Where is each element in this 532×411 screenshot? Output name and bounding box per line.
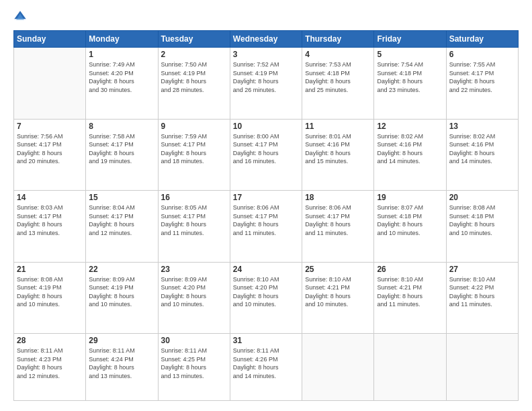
logo: [13, 10, 28, 24]
calendar-cell: 6Sunrise: 7:55 AM Sunset: 4:17 PM Daylig…: [446, 48, 518, 120]
day-number: 27: [449, 265, 515, 274]
day-number: 7: [17, 122, 83, 131]
day-info: Sunrise: 8:11 AM Sunset: 4:23 PM Dayligh…: [17, 347, 83, 380]
day-info: Sunrise: 8:11 AM Sunset: 4:25 PM Dayligh…: [161, 347, 227, 380]
day-number: 10: [233, 122, 299, 131]
day-number: 4: [305, 50, 371, 59]
day-info: Sunrise: 8:06 AM Sunset: 4:17 PM Dayligh…: [233, 203, 299, 237]
day-info: Sunrise: 7:56 AM Sunset: 4:17 PM Dayligh…: [17, 132, 83, 166]
day-info: Sunrise: 7:49 AM Sunset: 4:20 PM Dayligh…: [89, 60, 154, 94]
day-number: 18: [305, 193, 371, 202]
calendar-week-row: 1Sunrise: 7:49 AM Sunset: 4:20 PM Daylig…: [14, 48, 519, 120]
day-number: 15: [89, 193, 154, 202]
calendar-cell: 24Sunrise: 8:10 AM Sunset: 4:20 PM Dayli…: [230, 262, 302, 334]
calendar-table: SundayMondayTuesdayWednesdayThursdayFrid…: [13, 30, 519, 401]
logo-icon: [13, 10, 27, 24]
calendar-cell: [374, 334, 446, 401]
calendar-cell: 1Sunrise: 7:49 AM Sunset: 4:20 PM Daylig…: [86, 48, 158, 120]
calendar-week-row: 21Sunrise: 8:08 AM Sunset: 4:19 PM Dayli…: [14, 262, 519, 334]
weekday-header: Friday: [374, 31, 446, 48]
day-info: Sunrise: 8:08 AM Sunset: 4:18 PM Dayligh…: [449, 203, 515, 237]
day-info: Sunrise: 8:11 AM Sunset: 4:26 PM Dayligh…: [233, 347, 299, 380]
day-number: 13: [449, 122, 515, 131]
day-info: Sunrise: 8:10 AM Sunset: 4:21 PM Dayligh…: [377, 275, 443, 309]
day-info: Sunrise: 7:50 AM Sunset: 4:19 PM Dayligh…: [161, 60, 227, 94]
calendar-cell: 15Sunrise: 8:04 AM Sunset: 4:17 PM Dayli…: [86, 191, 158, 263]
day-number: 14: [17, 193, 83, 202]
weekday-header: Wednesday: [230, 31, 302, 48]
calendar-cell: [302, 334, 374, 401]
day-number: 30: [161, 336, 227, 345]
day-number: 19: [377, 193, 443, 202]
calendar-cell: 5Sunrise: 7:54 AM Sunset: 4:18 PM Daylig…: [374, 48, 446, 120]
day-number: 28: [17, 336, 83, 345]
day-number: 16: [161, 193, 227, 202]
calendar-cell: 18Sunrise: 8:06 AM Sunset: 4:17 PM Dayli…: [302, 191, 374, 263]
calendar-cell: 17Sunrise: 8:06 AM Sunset: 4:17 PM Dayli…: [230, 191, 302, 263]
calendar-cell: 21Sunrise: 8:08 AM Sunset: 4:19 PM Dayli…: [14, 262, 86, 334]
calendar-cell: 22Sunrise: 8:09 AM Sunset: 4:19 PM Dayli…: [86, 262, 158, 334]
day-info: Sunrise: 8:10 AM Sunset: 4:20 PM Dayligh…: [233, 275, 299, 309]
day-info: Sunrise: 8:02 AM Sunset: 4:16 PM Dayligh…: [449, 132, 515, 166]
day-info: Sunrise: 7:54 AM Sunset: 4:18 PM Dayligh…: [377, 60, 443, 94]
day-number: 2: [161, 50, 227, 59]
calendar-week-row: 14Sunrise: 8:03 AM Sunset: 4:17 PM Dayli…: [14, 191, 519, 263]
calendar-cell: 31Sunrise: 8:11 AM Sunset: 4:26 PM Dayli…: [230, 334, 302, 401]
weekday-header: Monday: [86, 31, 158, 48]
day-number: 9: [161, 122, 227, 131]
day-number: 6: [449, 50, 515, 59]
weekday-header: Saturday: [446, 31, 518, 48]
calendar-cell: 13Sunrise: 8:02 AM Sunset: 4:16 PM Dayli…: [446, 119, 518, 191]
calendar-cell: 4Sunrise: 7:53 AM Sunset: 4:18 PM Daylig…: [302, 48, 374, 120]
day-number: 11: [305, 122, 371, 131]
day-info: Sunrise: 8:02 AM Sunset: 4:16 PM Dayligh…: [377, 132, 443, 166]
day-info: Sunrise: 8:07 AM Sunset: 4:18 PM Dayligh…: [377, 203, 443, 237]
calendar-cell: 11Sunrise: 8:01 AM Sunset: 4:16 PM Dayli…: [302, 119, 374, 191]
calendar-cell: 7Sunrise: 7:56 AM Sunset: 4:17 PM Daylig…: [14, 119, 86, 191]
day-number: 20: [449, 193, 515, 202]
calendar-cell: 3Sunrise: 7:52 AM Sunset: 4:19 PM Daylig…: [230, 48, 302, 120]
day-number: 5: [377, 50, 443, 59]
calendar-cell: 26Sunrise: 8:10 AM Sunset: 4:21 PM Dayli…: [374, 262, 446, 334]
day-info: Sunrise: 8:03 AM Sunset: 4:17 PM Dayligh…: [17, 203, 83, 237]
calendar-cell: 27Sunrise: 8:10 AM Sunset: 4:22 PM Dayli…: [446, 262, 518, 334]
day-info: Sunrise: 8:01 AM Sunset: 4:16 PM Dayligh…: [305, 132, 371, 166]
day-info: Sunrise: 8:08 AM Sunset: 4:19 PM Dayligh…: [17, 275, 83, 309]
day-number: 25: [305, 265, 371, 274]
calendar-cell: 14Sunrise: 8:03 AM Sunset: 4:17 PM Dayli…: [14, 191, 86, 263]
day-number: 8: [89, 122, 154, 131]
calendar-cell: 10Sunrise: 8:00 AM Sunset: 4:17 PM Dayli…: [230, 119, 302, 191]
calendar-week-row: 28Sunrise: 8:11 AM Sunset: 4:23 PM Dayli…: [14, 334, 519, 401]
calendar-cell: 8Sunrise: 7:58 AM Sunset: 4:17 PM Daylig…: [86, 119, 158, 191]
calendar-cell: 19Sunrise: 8:07 AM Sunset: 4:18 PM Dayli…: [374, 191, 446, 263]
day-info: Sunrise: 7:58 AM Sunset: 4:17 PM Dayligh…: [89, 132, 154, 166]
day-info: Sunrise: 8:10 AM Sunset: 4:21 PM Dayligh…: [305, 275, 371, 309]
day-number: 21: [17, 265, 83, 274]
weekday-header-row: SundayMondayTuesdayWednesdayThursdayFrid…: [14, 31, 519, 48]
day-number: 29: [89, 336, 154, 345]
calendar-cell: [14, 48, 86, 120]
calendar-cell: 28Sunrise: 8:11 AM Sunset: 4:23 PM Dayli…: [14, 334, 86, 401]
calendar-cell: 25Sunrise: 8:10 AM Sunset: 4:21 PM Dayli…: [302, 262, 374, 334]
day-info: Sunrise: 8:06 AM Sunset: 4:17 PM Dayligh…: [305, 203, 371, 237]
day-number: 24: [233, 265, 299, 274]
calendar-cell: 9Sunrise: 7:59 AM Sunset: 4:17 PM Daylig…: [158, 119, 230, 191]
day-info: Sunrise: 8:05 AM Sunset: 4:17 PM Dayligh…: [161, 203, 227, 237]
header: [13, 10, 519, 24]
day-number: 1: [89, 50, 154, 59]
calendar-cell: 30Sunrise: 8:11 AM Sunset: 4:25 PM Dayli…: [158, 334, 230, 401]
day-info: Sunrise: 7:53 AM Sunset: 4:18 PM Dayligh…: [305, 60, 371, 94]
weekday-header: Sunday: [14, 31, 86, 48]
day-info: Sunrise: 8:04 AM Sunset: 4:17 PM Dayligh…: [89, 203, 154, 237]
page: SundayMondayTuesdayWednesdayThursdayFrid…: [0, 0, 532, 411]
day-info: Sunrise: 8:11 AM Sunset: 4:24 PM Dayligh…: [89, 347, 154, 380]
weekday-header: Tuesday: [158, 31, 230, 48]
day-info: Sunrise: 7:55 AM Sunset: 4:17 PM Dayligh…: [449, 60, 515, 94]
day-info: Sunrise: 8:09 AM Sunset: 4:20 PM Dayligh…: [161, 275, 227, 309]
day-number: 23: [161, 265, 227, 274]
day-info: Sunrise: 7:59 AM Sunset: 4:17 PM Dayligh…: [161, 132, 227, 166]
calendar-cell: 20Sunrise: 8:08 AM Sunset: 4:18 PM Dayli…: [446, 191, 518, 263]
calendar-cell: 29Sunrise: 8:11 AM Sunset: 4:24 PM Dayli…: [86, 334, 158, 401]
day-number: 12: [377, 122, 443, 131]
day-number: 3: [233, 50, 299, 59]
